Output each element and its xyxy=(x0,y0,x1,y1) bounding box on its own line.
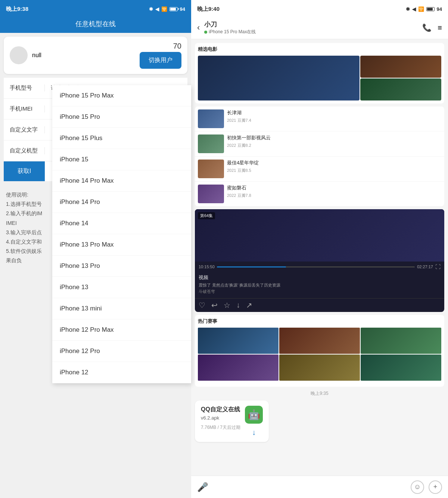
share-icon[interactable]: ↗ xyxy=(246,301,252,310)
card-title-1: 长津湖 xyxy=(227,109,441,116)
like-icon[interactable]: ♡ xyxy=(199,301,205,310)
progress-bar[interactable] xyxy=(217,266,415,267)
card-thumb-2 xyxy=(198,134,224,153)
media-card-top: 精选电影 xyxy=(195,43,444,103)
dropdown-item-8[interactable]: iPhone 13 Pro xyxy=(52,256,191,277)
card-row-2: 初抉第一部影视风云 2022 豆瓣8.2 xyxy=(195,131,444,156)
file-icon: 🤖 xyxy=(245,406,263,424)
menu-icon[interactable]: ≡ xyxy=(438,24,442,32)
dropdown-item-13[interactable]: iPhone 12 xyxy=(52,362,191,383)
dropdown-item-5[interactable]: iPhone 14 Pro xyxy=(52,192,191,213)
video-card: ▶ 第64集 10:15:50 02:27:17 ⛶ 视频 震惊了 竟然点击'换… xyxy=(195,209,444,312)
chat-header: ‹ 小刀 iPhone 15 Pro Max在线 📞 ≡ xyxy=(191,16,448,39)
file-bubble: QQ自定义在线 v6.2.apk 7.76MB / 7天后过期 🤖 ↓ xyxy=(195,400,269,442)
hot-card: 热门赛事 xyxy=(195,315,444,387)
card-thumb-1 xyxy=(198,109,224,128)
microphone-button[interactable]: 🎤 xyxy=(197,482,208,492)
media-label: 精选电影 xyxy=(195,43,444,56)
content-cards: 长津湖 2021 豆瓣7.4 初抉第一部影视风云 2022 豆瓣8.2 最佳4星… xyxy=(195,106,444,206)
card-text-4: 蜜如磐石 2022 豆瓣7.8 xyxy=(227,185,441,198)
online-indicator xyxy=(204,31,207,34)
wifi-icon-right: 🛜 xyxy=(418,6,424,12)
battery-icon-right xyxy=(426,7,435,11)
signal-icon-right: ◀ xyxy=(412,6,416,12)
add-button[interactable]: + xyxy=(429,480,442,494)
dropdown-item-7[interactable]: iPhone 13 Pro Max xyxy=(52,234,191,256)
card-meta-2: 2022 豆瓣8.2 xyxy=(227,143,441,148)
thumb-hot-1 xyxy=(198,328,279,354)
dropdown-item-9[interactable]: iPhone 13 xyxy=(52,277,191,298)
label-imei: 手机IMEI xyxy=(4,105,45,112)
card-meta-1: 2021 豆瓣7.4 xyxy=(227,118,441,123)
video-badge: 第64集 xyxy=(198,212,215,219)
video-sub-brand: 斗破苍穹 xyxy=(199,289,441,294)
video-progress-bar: 10:15:50 02:27:17 ⛶ xyxy=(195,262,444,272)
thumb-side xyxy=(360,56,441,100)
left-panel: 晚上9:38 ✱ ◀ 🛜 94 任意机型在线 null 70 切换用户 手机型号… xyxy=(0,0,191,498)
file-right-area: 🤖 ↓ xyxy=(245,406,263,437)
bluetooth-icon: ✱ xyxy=(149,6,153,12)
status-bar-right: 晚上9:40 ✱ ◀ 🛜 94 xyxy=(191,0,448,16)
video-bg xyxy=(195,209,444,262)
file-subtitle: v6.2.apk xyxy=(201,415,240,421)
dropdown-item-1[interactable]: iPhone 15 Pro xyxy=(52,106,191,128)
video-info: 视频 震惊了 竟然点击'换源' 换源后丢失了历史资源 斗破苍穹 xyxy=(195,272,444,298)
card-thumb-4 xyxy=(198,185,224,203)
battery-icon xyxy=(169,7,178,11)
chat-info: 小刀 iPhone 15 Pro Max在线 xyxy=(204,20,418,35)
dropdown-item-2[interactable]: iPhone 15 Plus xyxy=(52,128,191,149)
user-area: null 70 切换用户 xyxy=(4,37,187,74)
card-row-3: 最佳4星年华绽 2021 豆瓣8.5 xyxy=(195,156,444,181)
dropdown-item-0[interactable]: iPhone 15 Pro Max xyxy=(52,85,191,106)
dropdown-item-6[interactable]: iPhone 14 xyxy=(52,213,191,234)
thumb-main xyxy=(198,56,360,100)
video-title: 视频 xyxy=(199,274,441,281)
card-text-1: 长津湖 2021 豆瓣7.4 xyxy=(227,109,441,123)
fullscreen-icon[interactable]: ⛶ xyxy=(435,264,441,270)
back-button[interactable]: ‹ xyxy=(197,23,200,33)
chat-actions: 📞 ≡ xyxy=(422,23,442,32)
dropdown-item-12[interactable]: iPhone 12 Pro xyxy=(52,341,191,362)
file-title: QQ自定义在线 xyxy=(201,406,240,414)
media-grid-top xyxy=(195,56,444,103)
android-icon: 🤖 xyxy=(248,409,260,421)
dropdown-item-3[interactable]: iPhone 15 xyxy=(52,149,191,170)
emoji-button[interactable]: ☺ xyxy=(411,480,424,494)
user-count: 70 xyxy=(173,42,181,50)
thumb-hot-2 xyxy=(279,328,360,354)
card-text-2: 初抉第一部影视风云 2022 豆瓣8.2 xyxy=(227,134,441,148)
right-panel: 晚上9:40 ✱ ◀ 🛜 94 ‹ 小刀 iPhone 15 Pro Max在线… xyxy=(191,0,448,498)
thumb-hot-3 xyxy=(361,328,441,354)
message-bubble-container: QQ自定义在线 v6.2.apk 7.76MB / 7天后过期 🤖 ↓ xyxy=(195,400,444,442)
phone-icon[interactable]: 📞 xyxy=(422,23,432,32)
chat-messages: 精选电影 长津湖 2021 豆瓣7.4 初抉第一部 xyxy=(191,39,448,476)
dropdown-item-4[interactable]: iPhone 14 Pro Max xyxy=(52,170,191,192)
user-left: null xyxy=(10,46,41,64)
dropdown-item-11[interactable]: iPhone 12 Pro Max xyxy=(52,319,191,341)
download-icon[interactable]: ↓ xyxy=(236,301,240,310)
download-button[interactable]: ↓ xyxy=(252,428,256,437)
acquire-button[interactable]: 获取I xyxy=(4,161,45,181)
forward-icon[interactable]: ↩ xyxy=(211,301,218,310)
status-bar-left: 晚上9:38 ✱ ◀ 🛜 94 xyxy=(0,0,191,16)
app-title: 任意机型在线 xyxy=(0,16,191,33)
dropdown-item-10[interactable]: iPhone 13 mini xyxy=(52,298,191,319)
video-desc: 震惊了 竟然点击'换源' 换源后丢失了历史资源 xyxy=(199,282,441,288)
card-meta-3: 2021 豆瓣8.5 xyxy=(227,168,441,173)
card-title-4: 蜜如磐石 xyxy=(227,185,441,191)
bluetooth-icon-right: ✱ xyxy=(406,6,410,12)
card-meta-4: 2022 豆瓣7.8 xyxy=(227,193,441,198)
card-title-3: 最佳4星年华绽 xyxy=(227,160,441,166)
video-time-total: 02:27:17 xyxy=(417,265,433,269)
switch-user-button[interactable]: 切换用户 xyxy=(140,52,181,69)
user-name: null xyxy=(32,52,41,59)
label-model: 手机型号 xyxy=(4,84,45,92)
label-custom-model: 自定义机型 xyxy=(4,147,45,154)
dropdown-list: iPhone 15 Pro Max iPhone 15 Pro iPhone 1… xyxy=(52,85,191,383)
star-icon[interactable]: ☆ xyxy=(224,301,230,310)
status-icons-left: ✱ ◀ 🛜 94 xyxy=(149,6,185,12)
thumb-hot-4 xyxy=(198,355,279,381)
label-custom-text: 自定义文字 xyxy=(4,126,45,133)
card-row-1: 长津湖 2021 豆瓣7.4 xyxy=(195,106,444,131)
thumb-hot-6 xyxy=(361,355,441,381)
